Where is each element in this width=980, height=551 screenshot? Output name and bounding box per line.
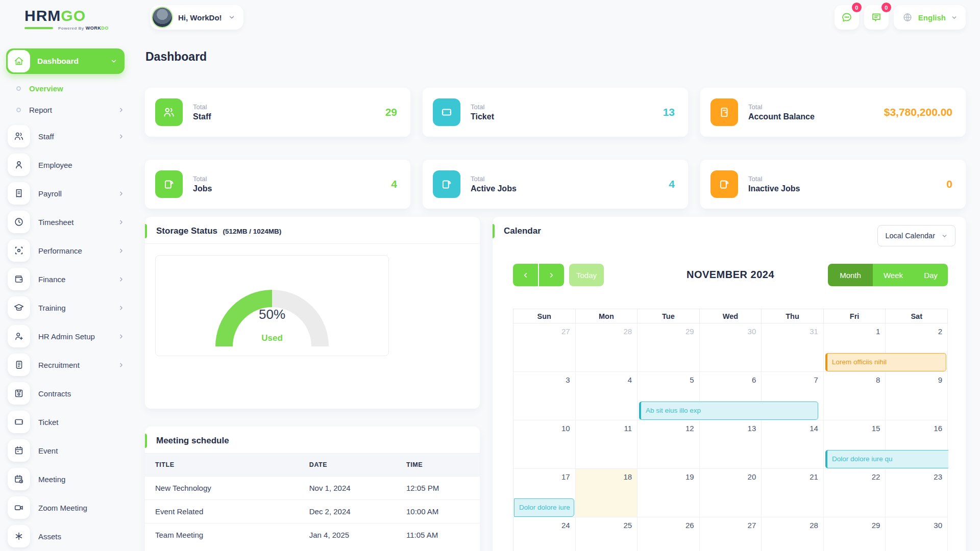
today-button[interactable]: Today <box>569 264 604 286</box>
calendar-day-cell[interactable]: 9 <box>886 372 948 420</box>
chevron-down-icon <box>110 58 117 65</box>
calendar-body: 27 28 29 30 31 1 2 3 4 5 6 7 8 9 10 11 1… <box>513 323 948 551</box>
bullet-icon <box>16 108 21 112</box>
sidebar-item-event[interactable]: Event <box>6 438 125 463</box>
stat-card-staff: TotalStaff 29 <box>145 88 410 137</box>
chevron-down-icon <box>228 14 235 21</box>
language-selector[interactable]: English <box>894 5 966 30</box>
sidebar-item-staff[interactable]: Staff <box>6 124 125 148</box>
calendar-event[interactable]: Dolor dolore iure <box>514 498 574 517</box>
sidebar-item-recruitment[interactable]: Recruitment <box>6 353 125 377</box>
chevron-left-icon <box>522 271 529 279</box>
meeting-schedule-card: Meeting schedule TITLE DATE TIME New Tec… <box>145 427 480 551</box>
calendar-day-cell[interactable]: 10 <box>513 420 576 469</box>
chevron-right-icon <box>118 133 125 140</box>
chevron-right-icon <box>118 247 125 254</box>
calendar-day-cell[interactable]: 11 <box>576 420 638 469</box>
calendar-day-cell[interactable]: 23 <box>886 469 948 517</box>
calendar-day-cell[interactable]: 21 <box>762 469 824 517</box>
storage-subtitle: (512MB / 1024MB) <box>223 228 281 235</box>
brand-work-text: WORK <box>86 26 102 31</box>
calendar-day-cell[interactable]: 4 <box>576 372 638 420</box>
calendar-day-cell-today[interactable]: 18 <box>576 469 638 517</box>
sidebar-item-label: Ticket <box>38 418 125 427</box>
asterisk-icon <box>8 525 30 547</box>
sidebar-item-employee[interactable]: Employee <box>6 153 125 177</box>
calendar-event[interactable]: Ab sit eius illo exp <box>639 402 818 420</box>
sidebar-item-dashboard[interactable]: Dashboard <box>6 48 125 74</box>
sidebar-item-overview[interactable]: Overview <box>16 81 125 95</box>
storage-used-label: Used <box>156 333 388 343</box>
notifications-button[interactable]: 0 <box>864 5 889 30</box>
user-menu[interactable]: Hi, WorkDo! <box>150 5 243 30</box>
sidebar-item-performance[interactable]: Performance <box>6 238 125 263</box>
logo-part-go: GO <box>61 7 86 24</box>
target-icon <box>8 239 30 262</box>
column-header-date: DATE <box>299 454 396 477</box>
stat-category: Total <box>471 103 494 111</box>
user-plus-icon <box>8 325 30 347</box>
sidebar-item-payroll[interactable]: Payroll <box>6 181 125 206</box>
calendar-day-cell[interactable]: 8 <box>824 372 886 420</box>
stat-card-active-jobs: TotalActive Jobs 4 <box>423 160 688 209</box>
calendar-day-cell[interactable]: 19 <box>638 469 700 517</box>
day-header-thu: Thu <box>762 309 824 323</box>
calendar-day-cell[interactable]: 29 <box>638 323 700 372</box>
sidebar-item-assets[interactable]: Assets <box>6 524 125 548</box>
calendar-day-cell[interactable]: 14 <box>762 420 824 469</box>
calendar-day-cell[interactable]: 20 <box>700 469 762 517</box>
sidebar: HRMGO Powered By WORKDO Dashboard Overvi… <box>0 0 133 551</box>
calendar-event[interactable]: Lorem officiis nihil <box>825 353 946 371</box>
next-month-button[interactable] <box>539 264 564 286</box>
sidebar-item-timesheet[interactable]: Timesheet <box>6 210 125 234</box>
calendar-day-cell[interactable]: 25 <box>576 517 638 551</box>
stat-label: Inactive Jobs <box>748 184 800 193</box>
sidebar-item-ticket[interactable]: Ticket <box>6 410 125 434</box>
sidebar-item-finance[interactable]: Finance <box>6 267 125 291</box>
sidebar-item-label: Meeting <box>38 475 125 484</box>
users-icon <box>155 98 183 126</box>
calendar-day-cell[interactable]: 22 <box>824 469 886 517</box>
calendar-day-cell[interactable]: 27 <box>513 323 576 372</box>
calendar-day-cell[interactable]: 27 <box>700 517 762 551</box>
stat-label: Active Jobs <box>471 184 517 193</box>
calendar-day-cell[interactable]: 12 <box>638 420 700 469</box>
sidebar-item-report[interactable]: Report <box>16 103 125 117</box>
sidebar-item-hr-admin-setup[interactable]: HR Admin Setup <box>6 324 125 348</box>
calendar-event[interactable]: Dolor dolore iure qu <box>825 450 948 468</box>
calendar-day-cell[interactable]: 24 <box>513 517 576 551</box>
calendar-day-cell[interactable]: 30 <box>886 517 948 551</box>
view-week-button[interactable]: Week <box>873 264 914 286</box>
calendar-source-select[interactable]: Local Calendar <box>877 225 955 246</box>
calendar-day-cell[interactable]: 29 <box>824 517 886 551</box>
calendar-day-cell[interactable]: 31 <box>762 323 824 372</box>
chevron-right-icon <box>118 107 125 113</box>
chevron-right-icon <box>548 271 555 279</box>
sidebar-item-label: Contracts <box>38 389 125 398</box>
calendar-day-cell[interactable]: 13 <box>700 420 762 469</box>
powered-by-text: Powered By <box>58 26 84 31</box>
calendar-day-cell[interactable]: 30 <box>700 323 762 372</box>
prev-month-button[interactable] <box>513 264 538 286</box>
table-row: Team Meeting Jan 4, 2025 11:05 AM <box>145 523 480 547</box>
user-greeting: Hi, WorkDo! <box>178 13 222 22</box>
sidebar-item-contracts[interactable]: Contracts <box>6 381 125 406</box>
messages-button[interactable]: 0 <box>835 5 859 30</box>
stat-label: Account Balance <box>748 112 815 121</box>
sidebar-item-zoom-meeting[interactable]: Zoom Meeting <box>6 495 125 520</box>
calendar-day-cell[interactable]: 3 <box>513 372 576 420</box>
chevron-right-icon <box>118 362 125 368</box>
calendar-day-cell[interactable]: 28 <box>576 323 638 372</box>
app-logo[interactable]: HRMGO Powered By WORKDO <box>24 7 111 31</box>
view-month-button[interactable]: Month <box>828 264 873 286</box>
message-square-icon <box>870 11 883 23</box>
calendar-clock-icon <box>8 468 30 490</box>
calendar-day-cell[interactable]: 28 <box>762 517 824 551</box>
calendar-day-headers: Sun Mon Tue Wed Thu Fri Sat <box>513 309 948 323</box>
calendar-day-cell[interactable]: 26 <box>638 517 700 551</box>
sidebar-item-training[interactable]: Training <box>6 295 125 320</box>
video-camera-icon <box>8 496 30 519</box>
sidebar-item-meeting[interactable]: Meeting <box>6 467 125 491</box>
stat-value: 4 <box>669 178 675 190</box>
view-day-button[interactable]: Day <box>914 264 948 286</box>
